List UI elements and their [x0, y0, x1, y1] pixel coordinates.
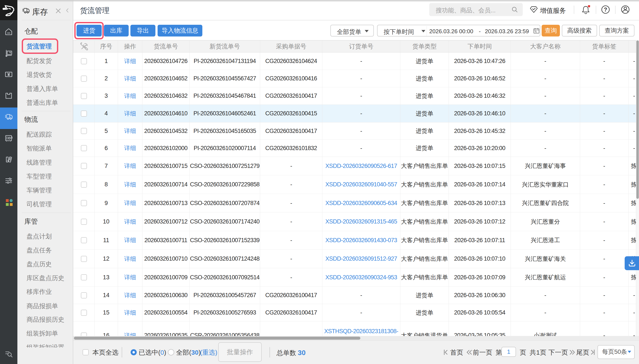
svg-text:?: ? [604, 6, 607, 12]
